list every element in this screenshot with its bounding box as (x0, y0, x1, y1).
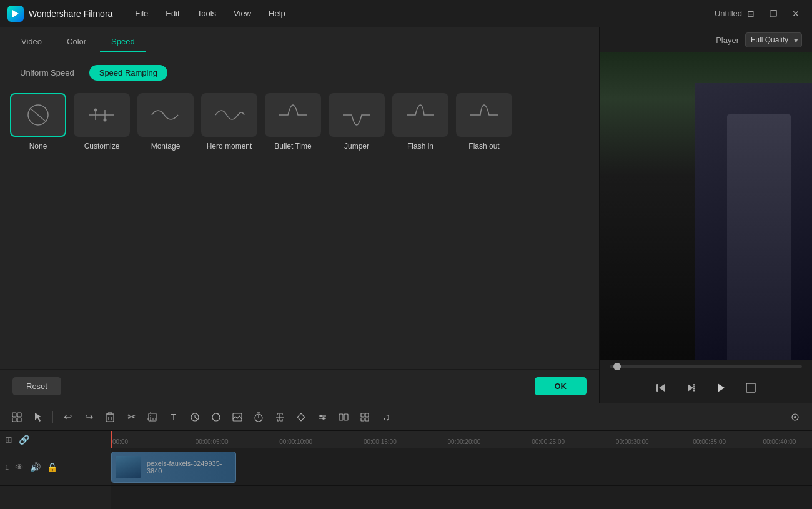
svg-rect-23 (106, 415, 114, 422)
track-volume-icon[interactable]: 🔊 (30, 462, 41, 472)
crop-button[interactable] (143, 408, 162, 427)
step-back-button[interactable] (651, 378, 671, 398)
speed-option-hero-moment[interactable]: Hero moment (201, 93, 257, 364)
tab-bar: Video Color Speed (0, 27, 599, 57)
right-panel: Player Full Quality 1/2 Quality 1/4 Qual… (600, 27, 812, 403)
audio-button[interactable]: ♫ (377, 408, 395, 427)
speed-icon-flash-out (456, 93, 512, 137)
svg-point-7 (104, 119, 107, 122)
speed-option-flash-in[interactable]: Flash in (392, 93, 448, 364)
cut-button[interactable]: ✂ (122, 408, 141, 427)
speed-option-customize[interactable]: Customize (74, 93, 130, 364)
toolbar-separator-1 (52, 411, 53, 423)
color-tool-button[interactable] (207, 408, 225, 427)
arrange-button[interactable] (355, 408, 374, 427)
ruler-mark-5: 00:00:25:00 (532, 438, 565, 445)
settings-right-button[interactable] (786, 408, 805, 427)
main-layout: Video Color Speed Uniform Speed Speed Ra… (0, 27, 812, 403)
video-preview (600, 52, 812, 360)
svg-point-6 (94, 109, 97, 112)
mask-tool-button[interactable] (292, 408, 310, 427)
player-scrubber[interactable] (600, 360, 812, 373)
svg-rect-14 (693, 388, 695, 390)
speed-option-bullet-time[interactable]: Bullet Time (265, 93, 321, 364)
select-tool-button[interactable] (7, 408, 26, 427)
svg-rect-48 (361, 413, 364, 417)
zoom-tool-button[interactable] (270, 408, 289, 427)
svg-rect-19 (17, 413, 21, 417)
svg-rect-51 (365, 418, 369, 421)
timeline-left-controls: ⊞ 🔗 1 👁 🔊 🔒 (0, 431, 111, 509)
ruler-mark-3: 00:00:15:00 (364, 438, 397, 445)
speed-tool-button[interactable] (186, 408, 204, 427)
video-canvas (600, 52, 812, 360)
link-icon[interactable]: 🔗 (19, 435, 29, 445)
svg-marker-22 (35, 413, 42, 422)
svg-rect-46 (339, 414, 343, 420)
speed-options-grid: None Customize (0, 88, 599, 369)
step-forward-button[interactable] (681, 378, 701, 398)
svg-line-2 (30, 108, 46, 122)
speed-option-flash-out[interactable]: Flash out (456, 93, 512, 364)
speed-label-flash-in: Flash in (407, 142, 433, 151)
speed-option-jumper[interactable]: Jumper (329, 93, 385, 364)
svg-rect-30 (149, 413, 156, 421)
track-lock-icon[interactable]: 🔒 (47, 462, 57, 472)
panel-footer: Reset OK (0, 369, 599, 403)
maximize-button[interactable]: ❐ (765, 7, 782, 21)
keyframe-button[interactable] (313, 408, 332, 427)
add-track-icon[interactable]: ⊞ (5, 435, 12, 445)
svg-rect-47 (344, 414, 348, 420)
ruler-mark-2: 00:00:10:00 (279, 438, 312, 445)
subtab-speed-ramping[interactable]: Speed Ramping (89, 65, 167, 81)
menu-help[interactable]: Help (261, 6, 293, 21)
timer-tool-button[interactable] (249, 408, 268, 427)
delete-button[interactable] (101, 408, 119, 427)
cursor-tool-button[interactable] (29, 408, 47, 427)
clip-name: pexels-fauxels-3249935-3840 (143, 457, 232, 477)
timeline-area: ↩ ↪ ✂ T (0, 403, 812, 509)
svg-marker-10 (688, 384, 693, 392)
speed-label-jumper: Jumper (344, 142, 369, 151)
scrubber-track[interactable] (610, 365, 802, 368)
minimize-button[interactable]: ⊟ (742, 7, 760, 21)
timeline-track-controls: 1 👁 🔊 🔒 (0, 448, 111, 486)
speed-icon-none (10, 93, 66, 137)
timeline-ruler: 00:00 00:00:05:00 00:00:10:00 00:00:15:0… (111, 431, 812, 448)
reset-button[interactable]: Reset (12, 377, 61, 395)
ruler-mark-7: 00:00:35:00 (693, 438, 726, 445)
menu-file[interactable]: File (127, 6, 156, 21)
document-title: Untitled (715, 9, 742, 18)
menu-edit[interactable]: Edit (158, 6, 187, 21)
quality-select[interactable]: Full Quality 1/2 Quality 1/4 Quality (745, 32, 802, 47)
menu-view[interactable]: View (226, 6, 259, 21)
speed-icon-bullet-time (265, 93, 321, 137)
speed-option-montage[interactable]: Montage (137, 93, 194, 364)
scrubber-thumb[interactable] (613, 363, 621, 370)
svg-rect-17 (746, 383, 755, 392)
svg-marker-0 (12, 10, 19, 17)
timeline-toolbar: ↩ ↪ ✂ T (0, 403, 812, 431)
undo-button[interactable]: ↩ (58, 408, 77, 427)
speed-option-none[interactable]: None (10, 93, 66, 364)
close-button[interactable]: ✕ (787, 7, 805, 21)
subtab-uniform-speed[interactable]: Uniform Speed (10, 65, 84, 81)
text-button[interactable]: T (164, 408, 183, 427)
tab-video[interactable]: Video (10, 32, 53, 52)
image-tool-button[interactable] (228, 408, 247, 427)
menu-tools[interactable]: Tools (190, 6, 224, 21)
svg-point-53 (794, 416, 796, 418)
svg-rect-21 (17, 418, 21, 422)
split-button[interactable] (334, 408, 353, 427)
ok-button[interactable]: OK (535, 377, 587, 395)
svg-rect-20 (12, 418, 16, 422)
redo-button[interactable]: ↪ (79, 408, 98, 427)
quality-wrapper: Full Quality 1/2 Quality 1/4 Quality (745, 32, 802, 47)
tab-color[interactable]: Color (56, 32, 97, 52)
fullscreen-button[interactable] (741, 378, 761, 398)
track-visibility-icon[interactable]: 👁 (15, 462, 24, 472)
play-button[interactable] (711, 378, 731, 398)
timeline-playhead[interactable] (111, 431, 112, 448)
timeline-clip[interactable]: pexels-fauxels-3249935-3840 (111, 452, 236, 483)
tab-speed[interactable]: Speed (100, 32, 146, 52)
